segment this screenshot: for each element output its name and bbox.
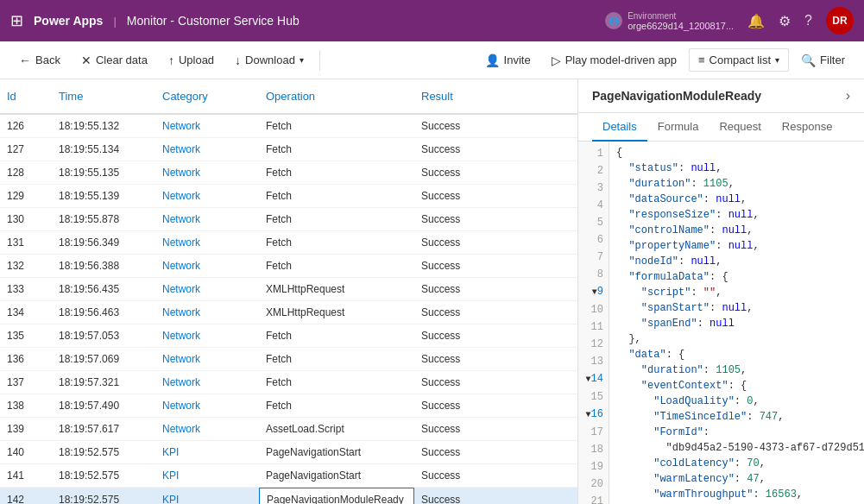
cell-result: Success: [414, 138, 509, 161]
cell-id: 128: [0, 161, 52, 184]
line-number-16[interactable]: ▼16: [578, 406, 609, 424]
cell-id: 127: [0, 138, 52, 161]
tab-response[interactable]: Response: [772, 113, 843, 142]
invite-icon: 👤: [485, 54, 500, 67]
environment-icon: 🌐: [605, 12, 622, 29]
cell-id: 126: [0, 115, 52, 137]
cell-category: Network: [155, 301, 259, 324]
play-button[interactable]: ▷ Play model-driven app: [543, 49, 685, 72]
line-numbers: 12345678▼910111213▼1415▼1617181920212223…: [578, 142, 609, 504]
tab-formula[interactable]: Formula: [647, 113, 709, 142]
col-result[interactable]: Result: [414, 86, 509, 106]
cell-time: 18:19:55.135: [52, 161, 155, 184]
download-button[interactable]: ↓ Download ▾: [226, 49, 312, 72]
settings-icon[interactable]: ⚙: [779, 13, 791, 29]
topbar: ⊞ Power Apps | Monitor - Customer Servic…: [0, 0, 864, 41]
table-row[interactable]: 139 18:19:57.617 Network AssetLoad.Scrip…: [0, 418, 577, 441]
expand-icon[interactable]: ▼: [586, 410, 591, 419]
line-number-2: 2: [578, 162, 609, 180]
upload-button[interactable]: ↑ Upload: [160, 49, 223, 72]
table-row[interactable]: 129 18:19:55.139 Network Fetch Success: [0, 185, 577, 208]
cell-time: 18:19:56.388: [52, 255, 155, 277]
cell-operation: Fetch: [259, 324, 414, 347]
cell-id: 129: [0, 185, 52, 207]
table-row[interactable]: 137 18:19:57.321 Network Fetch Success: [0, 371, 577, 394]
cell-category: Network: [155, 324, 259, 347]
line-number-9[interactable]: ▼9: [578, 283, 609, 301]
col-id[interactable]: Id: [0, 86, 52, 106]
grid-icon[interactable]: ⊞: [10, 11, 23, 30]
compact-chevron: ▾: [775, 55, 779, 65]
cell-operation: Fetch: [259, 208, 414, 230]
cell-id: 135: [0, 324, 52, 347]
cell-operation: PageNavigationModuleReady: [259, 488, 414, 504]
table-row[interactable]: 135 18:19:57.053 Network Fetch Success: [0, 324, 577, 348]
cell-category: Network: [155, 185, 259, 207]
filter-icon: 🔍: [801, 54, 816, 67]
app-name: Power Apps: [34, 14, 103, 28]
tab-request[interactable]: Request: [709, 113, 771, 142]
cell-id: 131: [0, 231, 52, 254]
table-row[interactable]: 130 18:19:55.878 Network Fetch Success: [0, 208, 577, 231]
table-row[interactable]: 128 18:19:55.135 Network Fetch Success: [0, 161, 577, 185]
play-label: Play model-driven app: [565, 54, 677, 66]
environment-value: orge6629d14_1200817...: [628, 21, 734, 31]
download-icon: ↓: [235, 54, 241, 67]
table-row[interactable]: 134 18:19:56.463 Network XMLHttpRequest …: [0, 301, 577, 324]
table-row[interactable]: 127 18:19:55.134 Network Fetch Success: [0, 138, 577, 161]
table-row[interactable]: 133 18:19:56.435 Network XMLHttpRequest …: [0, 278, 577, 301]
table-row[interactable]: 126 18:19:55.132 Network Fetch Success: [0, 115, 577, 138]
col-category[interactable]: Category: [155, 86, 259, 106]
code-line: "db9d45a2-5190-4373-af67-d729d51d173f": [616, 440, 857, 456]
download-chevron: ▾: [300, 55, 304, 65]
code-line: "responseSize": null,: [616, 207, 857, 223]
cell-operation: PageNavigationStart: [259, 441, 414, 463]
table-row[interactable]: 141 18:19:52.575 KPI PageNavigationStart…: [0, 464, 577, 488]
avatar[interactable]: DR: [826, 7, 854, 35]
detail-body[interactable]: 12345678▼910111213▼1415▼1617181920212223…: [578, 142, 864, 504]
code-line: "controlName": null,: [616, 223, 857, 238]
table-row[interactable]: 131 18:19:56.349 Network Fetch Success: [0, 231, 577, 255]
line-number-10: 10: [578, 301, 609, 318]
expand-icon[interactable]: ▼: [586, 375, 591, 384]
table-row[interactable]: 132 18:19:56.388 Network Fetch Success: [0, 255, 577, 278]
filter-button[interactable]: 🔍 Filter: [792, 49, 854, 72]
tab-details[interactable]: Details: [592, 113, 647, 142]
table-row[interactable]: 136 18:19:57.069 Network Fetch Success: [0, 348, 577, 371]
cell-operation: Fetch: [259, 185, 414, 207]
cell-operation: Fetch: [259, 394, 414, 417]
close-icon[interactable]: ›: [846, 88, 850, 104]
clear-data-label: Clear data: [96, 54, 148, 66]
cell-category: Network: [155, 161, 259, 184]
toolbar-separator: [319, 50, 320, 71]
table-body[interactable]: 126 18:19:55.132 Network Fetch Success 1…: [0, 115, 577, 504]
cell-category: Network: [155, 371, 259, 394]
clear-icon: ✕: [81, 54, 91, 67]
back-button[interactable]: ← Back: [10, 49, 69, 72]
table-row[interactable]: 138 18:19:57.490 Network Fetch Success: [0, 394, 577, 418]
compact-list-button[interactable]: ≡ Compact list ▾: [689, 48, 789, 72]
cell-operation: Fetch: [259, 255, 414, 277]
help-icon[interactable]: ?: [804, 13, 812, 28]
line-number-14[interactable]: ▼14: [578, 370, 609, 388]
cell-operation: Fetch: [259, 115, 414, 137]
line-number-6: 6: [578, 231, 609, 249]
cell-result: Success: [414, 278, 509, 300]
cell-time: 18:19:57.321: [52, 371, 155, 394]
download-label: Download: [245, 54, 295, 66]
col-operation[interactable]: Operation: [259, 86, 414, 106]
line-number-17: 17: [578, 424, 609, 441]
invite-button[interactable]: 👤 Invite: [476, 49, 539, 72]
expand-icon[interactable]: ▼: [592, 287, 597, 297]
cell-result: Success: [414, 185, 509, 207]
code-line: "data": {: [616, 347, 857, 362]
table-row[interactable]: 140 18:19:52.575 KPI PageNavigationStart…: [0, 441, 577, 464]
notification-icon[interactable]: 🔔: [747, 13, 765, 29]
table-row[interactable]: 142 18:19:52.575 KPI PageNavigationModul…: [0, 488, 577, 504]
cell-category: Network: [155, 115, 259, 137]
clear-data-button[interactable]: ✕ Clear data: [73, 49, 156, 72]
col-time[interactable]: Time: [52, 86, 155, 106]
cell-time: 18:19:55.132: [52, 115, 155, 137]
cell-category: Network: [155, 231, 259, 254]
code-line: "duration": 1105,: [616, 362, 857, 378]
